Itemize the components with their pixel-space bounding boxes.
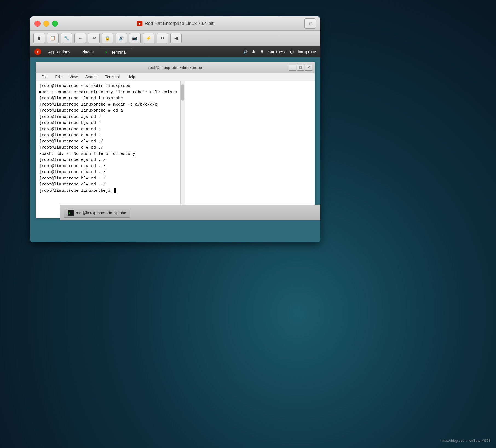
terminal-title: root@linuxprobe:~/linuxprobe <box>148 65 202 70</box>
scroll-handle[interactable] <box>181 84 184 101</box>
network-icon[interactable]: 🖥 <box>260 50 264 54</box>
terminal-line: [root@linuxprobe c]# cd d <box>39 126 177 133</box>
datetime-display: Sat 19:57 <box>268 50 286 54</box>
close-button[interactable] <box>34 21 41 27</box>
applications-menu[interactable]: Applications <box>43 48 75 55</box>
terminal-icon: $ <box>105 50 109 54</box>
taskbar-terminal-icon: $_ <box>68 210 74 216</box>
places-menu[interactable]: Places <box>76 48 99 55</box>
rhel-icon: R <box>34 48 41 55</box>
menu-view[interactable]: View <box>66 74 81 80</box>
menu-file[interactable]: File <box>38 74 51 80</box>
gnome-apps-area: R Applications Places $ Terminal <box>34 48 132 56</box>
refresh-button[interactable]: ↩ <box>88 33 100 43</box>
vm-icon: ▶ <box>137 21 142 26</box>
terminal-line: [root@linuxprobe linuxprobe]# <box>39 188 177 194</box>
outer-titlebar: ▶ Red Hat Enterprise Linux 7 64-bit ⧉ <box>30 16 320 31</box>
traffic-lights <box>34 21 58 27</box>
terminal-minimize[interactable]: _ <box>289 65 296 71</box>
minimize-button[interactable] <box>43 21 49 27</box>
svg-text:R: R <box>37 51 39 53</box>
url-bar: https://blog.csdn.net/SeanYi178 <box>440 438 491 443</box>
terminal-line: -bash: cd../: No such file or directory <box>39 151 177 157</box>
volume-icon[interactable]: 🔊 <box>243 50 248 54</box>
terminal-line: [root@linuxprobe linuxprobe]# cd a <box>39 108 177 114</box>
terminal-window: root@linuxprobe:~/linuxprobe _ □ ✕ File … <box>36 62 315 218</box>
terminal-line: [root@linuxprobe b]# cd c <box>39 120 177 126</box>
taskbar-item-label: root@linuxprobe:~/linuxprobe <box>76 211 126 215</box>
vm-toolbar: ⏸ 📋 🔧 ↔ ↩ 🔒 🔊 📷 ⚡ ↺ ◀ <box>30 31 320 46</box>
gnome-topbar: R Applications Places $ Terminal 🔊 ✱ 🖥 S… <box>30 46 320 57</box>
terminal-line: [root@linuxprobe a]# cd b <box>39 114 177 120</box>
terminal-scrollbar[interactable] <box>180 81 185 218</box>
terminal-menubar: File Edit View Search Terminal Help <box>36 73 315 81</box>
terminal-line: [root@linuxprobe e]# cd ../ <box>39 157 177 163</box>
terminal-line: [root@linuxprobe ~]# mkdir linuxprobe <box>39 83 177 89</box>
menu-help[interactable]: Help <box>124 74 139 80</box>
back-forward-button[interactable]: ↔ <box>74 33 86 43</box>
window-title: ▶ Red Hat Enterprise Linux 7 64-bit <box>137 21 213 26</box>
usb-button[interactable]: ⚡ <box>143 33 154 43</box>
terminal-line: [root@linuxprobe a]# cd ../ <box>39 182 177 188</box>
terminal-line: mkdir: cannot create directory 'linuxpro… <box>39 89 177 96</box>
audio-button[interactable]: 🔊 <box>116 33 127 43</box>
terminal-line: [root@linuxprobe d]# cd ../ <box>39 163 177 170</box>
terminal-content[interactable]: [root@linuxprobe ~]# mkdir linuxprobemkd… <box>36 81 180 218</box>
reset-button[interactable]: ↺ <box>157 33 168 43</box>
terminal-close[interactable]: ✕ <box>305 65 312 71</box>
terminal-titlebar: root@linuxprobe:~/linuxprobe _ □ ✕ <box>36 62 315 73</box>
settings-button[interactable]: 🔧 <box>61 33 72 43</box>
username-display: linuxprobe <box>298 50 316 54</box>
vm-window: ▶ Red Hat Enterprise Linux 7 64-bit ⧉ ⏸ … <box>30 16 320 242</box>
svg-text:$: $ <box>105 51 107 54</box>
power-icon[interactable]: ⏻ <box>290 50 294 54</box>
taskbar-terminal-item[interactable]: $_ root@linuxprobe:~/linuxprobe <box>64 208 130 218</box>
maximize-button[interactable] <box>52 21 58 27</box>
terminal-wrapper: [root@linuxprobe ~]# mkdir linuxprobemkd… <box>36 81 315 218</box>
pause-button[interactable]: ⏸ <box>33 33 45 43</box>
resize-button[interactable]: ⧉ <box>304 18 316 29</box>
terminal-menu[interactable]: $ Terminal <box>100 48 132 56</box>
taskbar: $_ root@linuxprobe:~/linuxprobe 1 / 4 1 <box>60 205 320 220</box>
terminal-line: [root@linuxprobe e]# cd../ <box>39 145 177 151</box>
terminal-line: [root@linuxprobe linuxprobe]# mkdir -p a… <box>39 102 177 108</box>
menu-search[interactable]: Search <box>82 74 101 80</box>
terminal-window-controls: _ □ ✕ <box>289 65 312 71</box>
bluetooth-icon[interactable]: ✱ <box>252 50 255 54</box>
back-button[interactable]: ◀ <box>170 33 182 43</box>
gnome-right-area: 🔊 ✱ 🖥 Sat 19:57 ⏻ linuxprobe <box>243 50 316 54</box>
terminal-line: [root@linuxprobe d]# cd e <box>39 132 177 139</box>
terminal-maximize[interactable]: □ <box>297 65 304 71</box>
terminal-line: [root@linuxprobe c]# cd ../ <box>39 169 177 176</box>
menu-terminal[interactable]: Terminal <box>102 74 123 80</box>
screenshot-button[interactable]: 📋 <box>47 33 59 43</box>
terminal-line: [root@linuxprobe ~]# cd linuxprobe <box>39 95 177 102</box>
lock-button[interactable]: 🔒 <box>102 33 113 43</box>
terminal-line: [root@linuxprobe e]# cd ./ <box>39 139 177 145</box>
terminal-line: [root@linuxprobe b]# cd ../ <box>39 176 177 182</box>
svg-text:$_: $_ <box>69 212 71 214</box>
camera-button[interactable]: 📷 <box>129 33 141 43</box>
terminal-cursor <box>114 188 116 193</box>
menu-edit[interactable]: Edit <box>52 74 65 80</box>
